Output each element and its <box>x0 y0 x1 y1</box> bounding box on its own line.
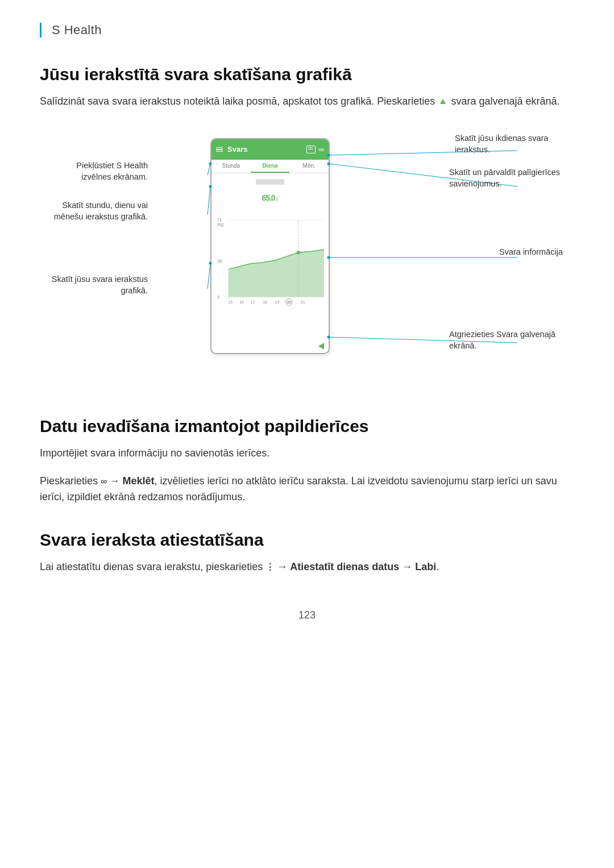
phone-title: Svars <box>216 145 247 153</box>
phone-header-icons: ∞ <box>306 145 324 153</box>
section3-body: Lai atiestatītu dienas svara ierakstu, p… <box>40 559 574 575</box>
diagram-section: Svars ∞ Stunda Diena Mē <box>40 127 574 388</box>
callout-devices: Skatīt un pārvaldīt palīgierīces savieno… <box>449 167 563 190</box>
svg-text:0: 0 <box>217 294 220 299</box>
svg-text:17: 17 <box>251 300 255 304</box>
callout-weight-info: Svara informācija <box>499 246 563 258</box>
page-header: S Health <box>40 23 574 38</box>
svg-text:21: 21 <box>301 300 305 304</box>
callout-menu: Piekļūstiet S Health izvēlnes ekrānam. <box>45 160 148 183</box>
svg-marker-17 <box>229 250 324 297</box>
section2-body1: Importējiet svara informāciju no savieno… <box>40 445 574 462</box>
phone-mockup: Svars ∞ Stunda Diena Mē <box>210 138 330 354</box>
svg-text:18: 18 <box>263 300 267 304</box>
section2-body2: Pieskarieties ∞ → Meklēt, izvēlieties ie… <box>40 473 574 506</box>
section-reset: Svara ieraksta atiestatīšana Lai atiesta… <box>40 530 574 575</box>
callout-daily-records: Skatīt jūsu ikdienas svara ierakstus. <box>455 132 563 156</box>
section-weight-graph: Jūsu ierakstītā svara skatīšana grafikā … <box>40 65 574 388</box>
weight-date-label: ########## <box>211 173 329 187</box>
infinity-icon: ∞ <box>101 474 106 489</box>
svg-text:71: 71 <box>217 217 222 222</box>
svg-text:20: 20 <box>287 300 291 304</box>
weight-icon <box>439 98 447 106</box>
hamburger-icon <box>216 147 223 152</box>
back-arrow-icon <box>318 343 324 350</box>
svg-text:16: 16 <box>239 300 244 304</box>
page-number: 123 <box>40 609 574 621</box>
section1-body: Salīdzināt sava svara ierakstus noteiktā… <box>40 93 574 110</box>
arrow-right-3: → <box>402 561 415 572</box>
svg-text:15: 15 <box>229 300 233 304</box>
tab-men[interactable]: Mēn. <box>289 160 329 173</box>
brand-title: S Health <box>52 23 102 37</box>
svg-point-18 <box>297 251 300 254</box>
svg-marker-0 <box>440 99 446 104</box>
svg-text:19: 19 <box>275 300 280 304</box>
weight-chart: 71 (kg) 35 0 15 16 17 <box>216 207 324 309</box>
more-icon: ⋮ <box>265 560 274 575</box>
weight-arrow: ↓ <box>275 193 279 202</box>
callout-back-home: Atgriezieties Svara galvenajā ekrānā. <box>449 329 563 352</box>
connection-icon: ∞ <box>319 145 324 153</box>
section2-heading: Datu ievadīšana izmantojot papildierīces <box>40 417 574 436</box>
image-icon <box>306 146 316 153</box>
section3-heading: Svara ieraksta atiestatīšana <box>40 530 574 550</box>
section1-heading: Jūsu ierakstītā svara skatīšana grafikā <box>40 65 574 84</box>
phone-header-bar: Svars ∞ <box>211 139 329 160</box>
phone-tabs: Stunda Diena Mēn. <box>211 160 329 173</box>
callout-graph: Skatīt jūsu svara ierakstus grafikā. <box>45 273 148 297</box>
callout-tabs: Skatīt stundu, dienu vai mēnešu ierakstu… <box>45 200 148 223</box>
arrow-right-1: → <box>109 475 122 487</box>
tab-diena[interactable]: Diena <box>251 160 290 173</box>
chart-area: 71 (kg) 35 0 15 16 17 <box>211 207 329 309</box>
svg-text:35: 35 <box>217 259 222 264</box>
phone-bottom-bar <box>211 339 329 353</box>
svg-text:(kg): (kg) <box>217 222 224 227</box>
section-accessories: Datu ievadīšana izmantojot papildierīces… <box>40 417 574 505</box>
tab-stunda[interactable]: Stunda <box>211 160 251 173</box>
weight-value-display: 65.0↓ <box>211 187 329 205</box>
arrow-right-2: → <box>277 561 290 572</box>
